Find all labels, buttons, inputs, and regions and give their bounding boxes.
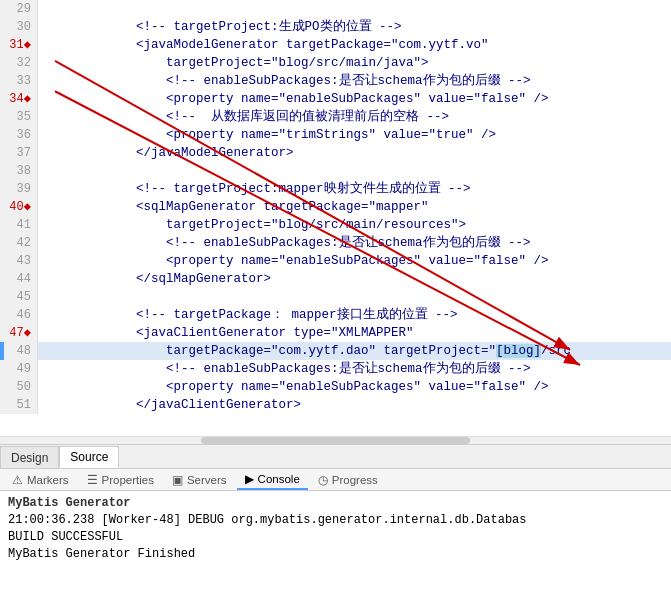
code-line: 32 targetProject="blog/src/main/java"> — [0, 54, 671, 72]
line-content: <property name="enableSubPackages" value… — [38, 252, 671, 270]
line-content: <property name="trimStrings" value="true… — [38, 126, 671, 144]
line-content: </sqlMapGenerator> — [38, 270, 671, 288]
code-line: 45 — [0, 288, 671, 306]
line-number: 51 — [0, 396, 38, 414]
highlighted-word: [blog] — [496, 344, 541, 358]
line-content: <javaClientGenerator type="XMLMAPPER" — [38, 324, 671, 342]
line-number: 33 — [0, 72, 38, 90]
console-tab-bar: ⚠ Markers ☰ Properties ▣ Servers ▶ Conso… — [0, 469, 671, 491]
line-number: 32 — [0, 54, 38, 72]
line-content: <!-- targetProject:mapper映射文件生成的位置 --> — [38, 180, 671, 198]
code-line: 31◆ <javaModelGenerator targetPackage="c… — [0, 36, 671, 54]
line-content: targetProject="blog/src/main/resources"> — [38, 216, 671, 234]
line-content: <!-- enableSubPackages:是否让schema作为包的后缀 -… — [38, 234, 671, 252]
console-icon: ▶ — [245, 472, 254, 486]
line-number: 43 — [0, 252, 38, 270]
line-content: <!-- enableSubPackages:是否让schema作为包的后缀 -… — [38, 360, 671, 378]
scrollbar-thumb[interactable] — [201, 437, 469, 444]
tab-markers-label: Markers — [27, 474, 69, 486]
line-content: <property name="enableSubPackages" value… — [38, 378, 671, 396]
line-content: </javaClientGenerator> — [38, 396, 671, 414]
line-content: <!-- enableSubPackages:是否让schema作为包的后缀 -… — [38, 72, 671, 90]
line-content: <javaModelGenerator targetPackage="com.y… — [38, 36, 671, 54]
code-line: 30 <!-- targetProject:生成PO类的位置 --> — [0, 18, 671, 36]
line-number: 30 — [0, 18, 38, 36]
line-number: 47◆ — [0, 324, 38, 342]
line-number: 44 — [0, 270, 38, 288]
tab-markers[interactable]: ⚠ Markers — [4, 471, 77, 489]
line-content: <property name="enableSubPackages" value… — [38, 90, 671, 108]
line-content: <!-- targetPackage： mapper接口生成的位置 --> — [38, 306, 671, 324]
code-line: 34◆ <property name="enableSubPackages" v… — [0, 90, 671, 108]
line-content: targetPackage="com.yytf.dao" targetProje… — [38, 342, 671, 360]
line-number: 31◆ — [0, 36, 38, 54]
editor-tab-bar: Design Source — [0, 444, 671, 468]
console-panel: ⚠ Markers ☰ Properties ▣ Servers ▶ Conso… — [0, 468, 671, 608]
line-number: 41 — [0, 216, 38, 234]
tab-servers[interactable]: ▣ Servers — [164, 471, 235, 489]
line-number: 46 — [0, 306, 38, 324]
code-line: 49 <!-- enableSubPackages:是否让schema作为包的后… — [0, 360, 671, 378]
line-content: <sqlMapGenerator targetPackage="mapper" — [38, 198, 671, 216]
tab-design[interactable]: Design — [0, 446, 59, 468]
code-line: 47◆ <javaClientGenerator type="XMLMAPPER… — [0, 324, 671, 342]
code-line: 33 <!-- enableSubPackages:是否让schema作为包的后… — [0, 72, 671, 90]
servers-icon: ▣ — [172, 473, 183, 487]
code-line: 37 </javaModelGenerator> — [0, 144, 671, 162]
tab-source[interactable]: Source — [59, 446, 119, 468]
progress-icon: ◷ — [318, 473, 328, 487]
code-line: 51 </javaClientGenerator> — [0, 396, 671, 414]
line-number: 40◆ — [0, 198, 38, 216]
code-line: 29 — [0, 0, 671, 18]
line-number: 29 — [0, 0, 38, 18]
line-number: 39 — [0, 180, 38, 198]
tab-progress[interactable]: ◷ Progress — [310, 471, 386, 489]
code-line: 43 <property name="enableSubPackages" va… — [0, 252, 671, 270]
code-line: 40◆ <sqlMapGenerator targetPackage="mapp… — [0, 198, 671, 216]
line-content: </javaModelGenerator> — [38, 144, 671, 162]
console-line-2: BUILD SUCCESSFUL — [8, 529, 663, 546]
line-number: 50 — [0, 378, 38, 396]
line-content: <!-- 从数据库返回的值被清理前后的空格 --> — [38, 108, 671, 126]
code-line: 38 — [0, 162, 671, 180]
code-line: 48 targetPackage="com.yytf.dao" targetPr… — [0, 342, 671, 360]
line-number: 42 — [0, 234, 38, 252]
code-editor[interactable]: 2930 <!-- targetProject:生成PO类的位置 -->31◆ … — [0, 0, 671, 436]
code-line: 42 <!-- enableSubPackages:是否让schema作为包的后… — [0, 234, 671, 252]
console-line-1: 21:00:36.238 [Worker-48] DEBUG org.mybat… — [8, 512, 663, 529]
tab-servers-label: Servers — [187, 474, 227, 486]
code-line: 46 <!-- targetPackage： mapper接口生成的位置 --> — [0, 306, 671, 324]
code-line: 39 <!-- targetProject:mapper映射文件生成的位置 --… — [0, 180, 671, 198]
code-line: 44 </sqlMapGenerator> — [0, 270, 671, 288]
code-line: 50 <property name="enableSubPackages" va… — [0, 378, 671, 396]
code-line: 35 <!-- 从数据库返回的值被清理前后的空格 --> — [0, 108, 671, 126]
tab-properties-label: Properties — [102, 474, 154, 486]
markers-icon: ⚠ — [12, 473, 23, 487]
code-line: 41 targetProject="blog/src/main/resource… — [0, 216, 671, 234]
console-line-3: MyBatis Generator Finished — [8, 546, 663, 563]
line-number: 45 — [0, 288, 38, 306]
tab-progress-label: Progress — [332, 474, 378, 486]
line-number: 34◆ — [0, 90, 38, 108]
properties-icon: ☰ — [87, 473, 98, 487]
tab-properties[interactable]: ☰ Properties — [79, 471, 162, 489]
line-number: 38 — [0, 162, 38, 180]
line-content: <!-- targetProject:生成PO类的位置 --> — [38, 18, 671, 36]
tab-console-label: Console — [258, 473, 300, 485]
line-content: targetProject="blog/src/main/java"> — [38, 54, 671, 72]
line-number: 35 — [0, 108, 38, 126]
tab-console[interactable]: ▶ Console — [237, 470, 308, 490]
console-content: MyBatis Generator 21:00:36.238 [Worker-4… — [0, 491, 671, 608]
line-number: 37 — [0, 144, 38, 162]
editor-scrollbar[interactable] — [0, 436, 671, 444]
line-number: 36 — [0, 126, 38, 144]
console-title: MyBatis Generator — [8, 495, 663, 512]
line-number: 49 — [0, 360, 38, 378]
line-number: 48 — [0, 342, 38, 360]
code-line: 36 <property name="trimStrings" value="t… — [0, 126, 671, 144]
